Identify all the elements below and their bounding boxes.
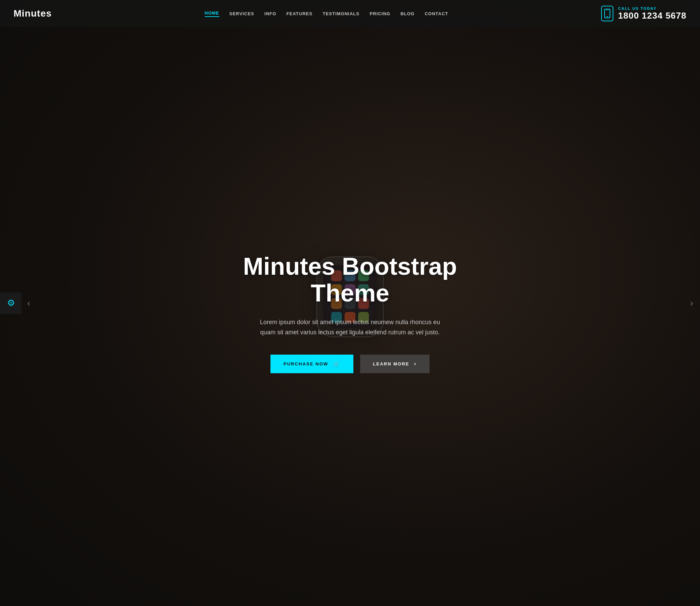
learn-more-label: LEARN MORE [373, 361, 409, 366]
call-label: CALL US TODAY [618, 6, 686, 10]
chevron-right-icon: › [414, 361, 416, 367]
contact-text: CALL US TODAY 1800 1234 5678 [618, 6, 686, 21]
svg-rect-2 [606, 10, 609, 10]
phone-icon [601, 6, 613, 21]
hero-buttons: PURCHASE NOW 🛒 LEARN MORE › [228, 355, 472, 373]
nav-item-blog[interactable]: BLOG [400, 11, 415, 16]
purchase-now-button[interactable]: PURCHASE NOW 🛒 [270, 355, 353, 373]
header-contact: CALL US TODAY 1800 1234 5678 [601, 6, 686, 21]
nav-item-features[interactable]: FEATURES [286, 11, 312, 16]
settings-button[interactable]: ⚙ [0, 292, 22, 314]
cart-icon: 🛒 [333, 361, 341, 367]
nav-item-testimonials[interactable]: TESTIMONIALS [323, 11, 359, 16]
hero-subtitle: Lorem ipsum dolor sit amet ipsum lectus … [255, 317, 445, 338]
header: Minutes HOME SERVICES INFO FEATURES TEST… [0, 0, 700, 27]
gear-icon: ⚙ [7, 298, 15, 308]
hero-section: ‹ › Minutes Bootstrap Theme Lorem ipsum … [0, 0, 700, 606]
logo[interactable]: Minutes [14, 8, 52, 19]
purchase-now-label: PURCHASE NOW [283, 361, 328, 366]
nav-item-pricing[interactable]: PRICING [370, 11, 390, 16]
nav-item-services[interactable]: SERVICES [229, 11, 255, 16]
svg-rect-1 [606, 16, 608, 17]
hero-title: Minutes Bootstrap Theme [228, 253, 472, 307]
phone-number[interactable]: 1800 1234 5678 [618, 10, 686, 21]
nav-item-contact[interactable]: CONTACT [425, 11, 449, 16]
scroll-left-arrow[interactable]: ‹ [27, 298, 30, 309]
learn-more-button[interactable]: LEARN MORE › [360, 355, 430, 373]
nav-item-home[interactable]: HOME [205, 10, 219, 17]
scroll-right-arrow[interactable]: › [690, 298, 693, 309]
main-nav: HOME SERVICES INFO FEATURES TESTIMONIALS… [205, 10, 449, 17]
hero-content: Minutes Bootstrap Theme Lorem ipsum dolo… [221, 253, 479, 373]
nav-item-info[interactable]: INFO [264, 11, 276, 16]
